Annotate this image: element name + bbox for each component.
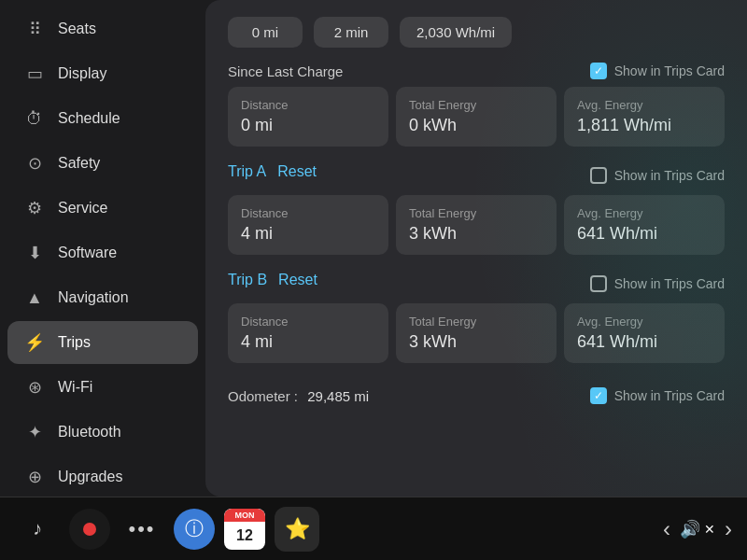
dots-menu-button[interactable]: ••• — [120, 507, 164, 552]
trip-a-reset-button[interactable]: Reset — [277, 163, 317, 180]
sidebar-item-wifi[interactable]: ⊛Wi-Fi — [7, 366, 198, 409]
trip-a-checkbox[interactable] — [590, 167, 607, 184]
since-last-charge-checkbox[interactable]: ✓ — [590, 63, 607, 79]
trip-a-section: Trip A Reset Show in Trips Card Distance… — [228, 163, 725, 255]
display-icon: ▭ — [24, 63, 45, 84]
sidebar-item-schedule[interactable]: ⏱Schedule — [7, 97, 198, 140]
stat-label: Total Energy — [409, 315, 543, 329]
odometer-checkbox[interactable]: ✓ — [590, 387, 607, 404]
calendar-date: 12 — [236, 522, 253, 550]
stat-card: Avg. Energy641 Wh/mi — [564, 303, 725, 363]
sidebar-item-navigation[interactable]: ▲Navigation — [7, 276, 198, 319]
stat-value: 4 mi — [241, 332, 375, 352]
upgrades-label: Upgrades — [58, 469, 122, 485]
trip-b-toggle[interactable]: Show in Trips Card — [590, 275, 725, 292]
music-icon[interactable]: ♪ — [15, 507, 60, 552]
seats-label: Seats — [58, 21, 96, 37]
info-button[interactable]: ⓘ — [174, 509, 215, 550]
since-last-charge-stats: Distance0 miTotal Energy0 kWhAvg. Energy… — [228, 87, 725, 147]
sidebar-item-trips[interactable]: ⚡Trips — [7, 321, 198, 364]
seats-icon: ⠿ — [24, 19, 45, 39]
trip-a-title-row: Trip A Reset — [228, 163, 317, 180]
odometer-text: Odometer : 29,485 mi — [228, 388, 369, 404]
trip-b-header: Trip B Reset Show in Trips Card — [228, 272, 725, 296]
content-panel: 0 mi2 min2,030 Wh/mi Since Last Charge ✓… — [205, 0, 747, 497]
stat-label: Total Energy — [409, 206, 543, 220]
sidebar-item-upgrades[interactable]: ⊕Upgrades — [7, 455, 198, 497]
odometer-toggle-label: Show in Trips Card — [614, 388, 725, 403]
since-last-charge-label: Since Last Charge — [228, 63, 343, 79]
stat-label: Distance — [241, 206, 375, 220]
schedule-label: Schedule — [58, 110, 120, 127]
star-button[interactable]: ⭐ — [275, 507, 319, 552]
since-last-charge-section: Since Last Charge ✓ Show in Trips Card D… — [228, 63, 725, 147]
record-button[interactable] — [69, 509, 110, 550]
taskbar: ♪ ••• ⓘ MON 12 ⭐ ‹ 🔊 ✕ › — [0, 497, 747, 560]
since-last-charge-toggle-label: Show in Trips Card — [614, 63, 725, 78]
calendar-top: MON — [224, 509, 265, 522]
stat-value: 3 kWh — [409, 224, 543, 244]
stat-value: 3 kWh — [409, 332, 543, 352]
stat-label: Total Energy — [409, 98, 543, 112]
trips-icon: ⚡ — [24, 332, 45, 353]
stat-card: Avg. Energy641 Wh/mi — [564, 195, 725, 255]
stat-value: 0 mi — [241, 116, 375, 135]
safety-icon: ⊙ — [24, 153, 45, 174]
odometer-toggle[interactable]: ✓ Show in Trips Card — [590, 387, 725, 404]
calendar-button[interactable]: MON 12 — [224, 509, 265, 550]
sidebar-item-display[interactable]: ▭Display — [7, 52, 198, 95]
trip-a-toggle[interactable]: Show in Trips Card — [590, 167, 725, 184]
trip-b-label: Trip B — [228, 272, 267, 288]
sidebar-item-seats[interactable]: ⠿Seats — [7, 7, 198, 50]
sidebar: ⠿Seats▭Display⏱Schedule⊙Safety⚙Service⬇S… — [0, 0, 205, 497]
stat-value: 0 kWh — [409, 116, 543, 135]
since-last-charge-header: Since Last Charge ✓ Show in Trips Card — [228, 63, 725, 79]
upgrades-icon: ⊕ — [24, 467, 45, 487]
trips-label: Trips — [58, 334, 91, 351]
main-area: ⠿Seats▭Display⏱Schedule⊙Safety⚙Service⬇S… — [0, 0, 747, 497]
trip-b-checkbox[interactable] — [590, 275, 607, 292]
trip-b-reset-button[interactable]: Reset — [278, 272, 317, 288]
top-stat-pill: 2,030 Wh/mi — [400, 17, 512, 48]
safety-label: Safety — [58, 155, 100, 172]
service-icon: ⚙ — [24, 198, 45, 218]
stat-value: 641 Wh/mi — [577, 224, 712, 244]
navigation-icon: ▲ — [24, 287, 45, 308]
top-stat-pill: 0 mi — [228, 17, 303, 48]
stat-label: Distance — [241, 315, 375, 329]
odometer-row: Odometer : 29,485 mi ✓ Show in Trips Car… — [228, 380, 725, 404]
stat-card: Total Energy3 kWh — [396, 195, 557, 255]
stat-value: 4 mi — [241, 224, 375, 244]
navigation-label: Navigation — [58, 289, 129, 306]
stat-label: Avg. Energy — [577, 315, 712, 329]
next-arrow-button[interactable]: › — [725, 516, 732, 542]
top-stats-row: 0 mi2 min2,030 Wh/mi — [228, 17, 725, 48]
sidebar-item-software[interactable]: ⬇Software — [7, 231, 198, 274]
odometer-value: 29,485 mi — [307, 388, 369, 404]
stat-label: Avg. Energy — [577, 206, 712, 220]
trip-a-header: Trip A Reset Show in Trips Card — [228, 163, 725, 188]
stat-label: Avg. Energy — [577, 98, 712, 112]
sidebar-item-safety[interactable]: ⊙Safety — [7, 142, 198, 185]
trip-b-section: Trip B Reset Show in Trips Card Distance… — [228, 272, 725, 363]
since-last-charge-toggle[interactable]: ✓ Show in Trips Card — [590, 63, 725, 79]
prev-arrow-button[interactable]: ‹ — [663, 516, 670, 542]
software-icon: ⬇ — [24, 243, 45, 263]
sidebar-item-service[interactable]: ⚙Service — [7, 187, 198, 230]
service-label: Service — [58, 200, 107, 217]
software-label: Software — [58, 245, 117, 261]
volume-control[interactable]: 🔊 ✕ — [680, 519, 715, 539]
trip-a-toggle-label: Show in Trips Card — [614, 168, 725, 183]
stat-card: Total Energy0 kWh — [396, 87, 557, 147]
top-stat-pill: 2 min — [314, 17, 388, 48]
wifi-label: Wi-Fi — [58, 379, 92, 396]
stat-card: Distance4 mi — [228, 303, 388, 363]
stat-label: Distance — [241, 98, 375, 112]
volume-mute-icon: ✕ — [704, 522, 715, 537]
trip-a-stats: Distance4 miTotal Energy3 kWhAvg. Energy… — [228, 195, 725, 255]
schedule-icon: ⏱ — [24, 108, 45, 129]
trip-b-title-row: Trip B Reset — [228, 272, 317, 288]
stat-card: Avg. Energy1,811 Wh/mi — [564, 87, 725, 147]
bluetooth-icon: ✦ — [24, 422, 45, 442]
sidebar-item-bluetooth[interactable]: ✦Bluetooth — [7, 411, 198, 454]
